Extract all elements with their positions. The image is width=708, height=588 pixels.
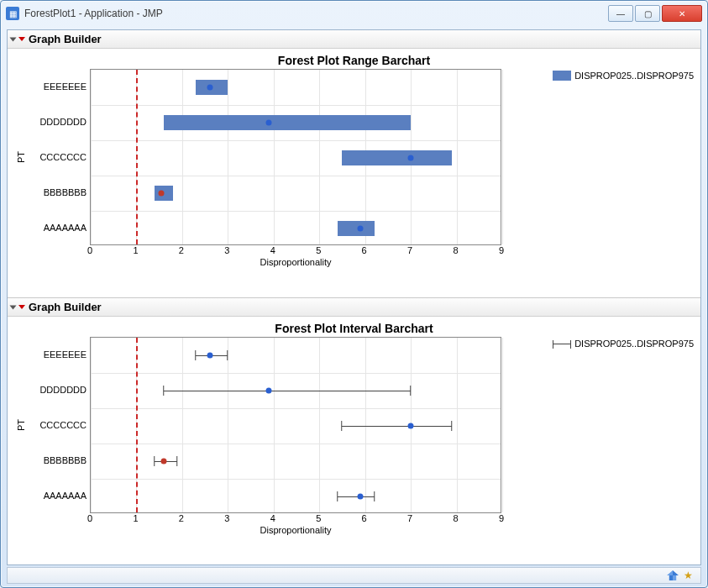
y-tick-label: DDDDDDD	[39, 385, 87, 395]
y-tick-label: AAAAAAA	[44, 491, 87, 501]
legend-label: DISPROP025..DISPROP975	[574, 339, 694, 349]
y-tick-label: EEEEEEE	[44, 81, 87, 92]
gridline-v	[228, 338, 228, 512]
gridline-v	[502, 70, 503, 244]
gridline-v	[91, 338, 92, 512]
plot-area-interval[interactable]	[90, 337, 501, 513]
error-bar-cap	[342, 421, 343, 431]
x-axis: Disproportionality 0123456789	[90, 245, 501, 270]
error-bar-cap	[228, 350, 228, 360]
y-tick-label: CCCCCCC	[39, 420, 87, 430]
window-buttons: — ▢ ✕	[606, 5, 702, 22]
gridline-v	[228, 70, 228, 244]
x-axis-label: Disproportionality	[260, 257, 332, 267]
menu-hotspot-icon[interactable]	[18, 305, 25, 309]
error-bar-cap	[374, 491, 375, 501]
plot-row: PT EEEEEEEDDDDDDDCCCCCCCBBBBBBBAAAAAAA D…	[14, 337, 694, 513]
client-area: Graph Builder Forest Plot Range Barchart…	[7, 29, 701, 565]
gridline-v	[365, 338, 366, 512]
error-bar	[164, 391, 411, 391]
x-tick-label: 7	[407, 513, 412, 523]
panel-header[interactable]: Graph Builder	[8, 298, 700, 317]
error-bar-cap	[451, 421, 452, 431]
reference-line	[136, 338, 138, 512]
gridline-v	[182, 70, 183, 244]
app-window: ▦ ForestPlot1 - Application - JMP — ▢ ✕ …	[0, 0, 708, 588]
data-point	[159, 191, 165, 197]
range-bar	[338, 221, 375, 237]
error-bar-cap	[154, 456, 155, 466]
panel-body-1: Forest Plot Range Barchart PT EEEEEEEDDD…	[8, 49, 700, 297]
y-tick-label: BBBBBBB	[44, 187, 87, 197]
gridline-h	[91, 444, 501, 444]
minimize-button[interactable]: —	[608, 5, 633, 22]
data-point	[207, 85, 212, 91]
plot-area-range[interactable]	[90, 69, 501, 245]
y-tick-label: CCCCCCC	[39, 152, 87, 162]
gridline-v	[319, 338, 320, 512]
gridline-v	[274, 70, 275, 244]
data-point	[207, 353, 212, 359]
y-axis-label: PT	[14, 69, 28, 245]
disclosure-icon[interactable]	[10, 37, 17, 41]
legend-range: DISPROP025..DISPROP975	[553, 71, 694, 81]
y-categories: EEEEEEEDDDDDDDCCCCCCCBBBBBBBAAAAAAA	[28, 337, 90, 513]
legend-swatch-box	[553, 71, 571, 81]
error-bar-cap	[177, 456, 178, 466]
x-tick-label: 1	[133, 513, 138, 523]
data-point	[408, 423, 414, 429]
status-bar: ★	[7, 567, 701, 584]
maximize-button[interactable]: ▢	[635, 5, 660, 22]
data-point	[266, 120, 272, 126]
gridline-h	[91, 373, 501, 374]
gridline-v	[182, 338, 183, 512]
error-bar-cap	[195, 350, 196, 360]
panel-title: Graph Builder	[29, 301, 102, 313]
reference-line	[136, 70, 138, 244]
close-button[interactable]: ✕	[662, 5, 702, 22]
titlebar[interactable]: ▦ ForestPlot1 - Application - JMP — ▢ ✕	[1, 1, 707, 26]
x-tick-label: 1	[133, 245, 138, 255]
x-tick-label: 3	[224, 513, 229, 523]
menu-hotspot-icon[interactable]	[18, 37, 25, 41]
x-tick-label: 6	[362, 245, 367, 255]
gridline-v	[319, 70, 320, 244]
range-bar	[164, 115, 411, 131]
legend-label: DISPROP025..DISPROP975	[574, 71, 694, 81]
disclosure-icon[interactable]	[10, 305, 17, 309]
data-point	[408, 155, 414, 161]
y-axis-label: PT	[14, 337, 28, 513]
x-tick-label: 8	[453, 245, 458, 255]
panel-graph-builder-2: Graph Builder Forest Plot Interval Barch…	[8, 297, 700, 565]
legend-interval: DISPROP025..DISPROP975	[553, 339, 694, 349]
gridline-h	[91, 408, 501, 409]
gridline-v	[274, 338, 275, 512]
x-tick-label: 3	[224, 245, 229, 255]
y-categories: EEEEEEEDDDDDDDCCCCCCCBBBBBBBAAAAAAA	[28, 69, 90, 245]
x-tick-label: 8	[453, 513, 458, 523]
panel-title: Graph Builder	[29, 33, 102, 45]
gridline-h	[91, 211, 501, 212]
error-bar	[338, 496, 375, 497]
panel-header[interactable]: Graph Builder	[8, 30, 700, 49]
plot-row: PT EEEEEEEDDDDDDDCCCCCCCBBBBBBBAAAAAAA D…	[14, 69, 694, 245]
x-tick-label: 9	[499, 245, 504, 255]
panel-body-2: Forest Plot Interval Barchart PT EEEEEEE…	[8, 317, 700, 565]
gridline-v	[502, 338, 503, 512]
data-point	[358, 226, 364, 232]
x-tick-label: 4	[270, 245, 275, 255]
gridline-v	[457, 70, 458, 244]
error-bar-cap	[410, 386, 411, 396]
x-tick-label: 6	[362, 513, 367, 523]
home-icon[interactable]	[667, 570, 679, 580]
x-tick-label: 7	[407, 245, 412, 255]
x-tick-label: 0	[87, 513, 92, 523]
x-tick-label: 2	[179, 513, 184, 523]
x-tick-label: 9	[499, 513, 504, 523]
app-icon: ▦	[6, 7, 19, 20]
star-icon[interactable]: ★	[684, 570, 695, 580]
x-axis: Disproportionality 0123456789	[90, 513, 501, 538]
error-bar	[342, 426, 452, 427]
y-tick-label: DDDDDDD	[39, 117, 87, 127]
gridline-h	[91, 479, 501, 480]
